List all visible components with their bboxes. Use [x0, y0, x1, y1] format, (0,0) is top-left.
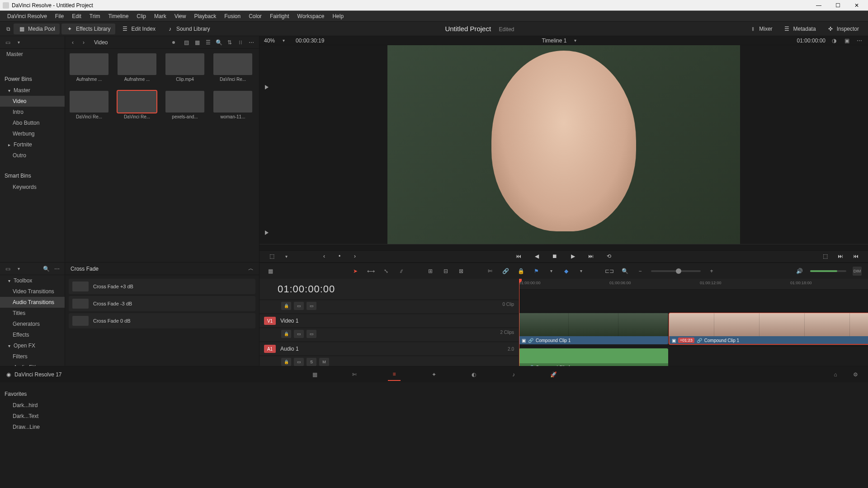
bin-keywords[interactable]: Keywords [0, 182, 65, 192]
snapping-icon[interactable]: ⊏⊐ [605, 267, 614, 276]
timeline-dropdown-icon[interactable]: ▾ [571, 37, 579, 45]
favorite-1[interactable]: Dark...Text [0, 411, 65, 422]
overwrite-clip-icon[interactable]: ⊟ [441, 267, 450, 276]
menu-fusion[interactable]: Fusion [221, 12, 244, 20]
favorite-0[interactable]: Dark...hird [0, 400, 65, 411]
viewer-mode-icon[interactable]: ⬚ [267, 251, 277, 261]
viewer-more-icon[interactable]: ⋯ [855, 37, 863, 45]
page-fusion-icon[interactable]: ✦ [428, 368, 440, 381]
v1-enable-icon[interactable]: ▭ [307, 330, 316, 338]
page-cut-icon[interactable]: ✄ [348, 368, 361, 381]
zoom-dropdown-icon[interactable]: ▾ [279, 37, 288, 45]
menu-view[interactable]: View [171, 12, 190, 20]
toolbox-more-icon[interactable]: ⋯ [53, 265, 61, 273]
sound-library-toggle[interactable]: ♪Sound Library [162, 23, 215, 34]
v1-badge[interactable]: V1 [264, 317, 276, 325]
menu-help[interactable]: Help [329, 12, 347, 20]
collapse-icon[interactable]: ︿ [248, 265, 254, 272]
view-metadata-icon[interactable]: ▤ [182, 38, 190, 47]
bin-abo-button[interactable]: Abo Button [0, 117, 65, 128]
master-bin[interactable]: Master [0, 49, 65, 60]
timeline-view-options-icon[interactable]: ▦ [266, 267, 275, 276]
menu-davinci[interactable]: DaVinci Resolve [4, 12, 51, 20]
edit-index-toggle[interactable]: ☰Edit Index [117, 23, 160, 34]
track-a1-lane[interactable]: ▣🔗Compound Clip 1 [519, 347, 868, 366]
clip-v1-a[interactable]: ▣🔗Compound Clip 1 [519, 313, 668, 344]
blade-tool-icon[interactable]: ⫽ [397, 267, 406, 276]
close-button[interactable]: ✕ [848, 1, 865, 10]
effects-library-toggle[interactable]: ✦Effects Library [61, 23, 115, 34]
selection-tool-icon[interactable]: ➤ [351, 267, 360, 276]
zoom-slider[interactable] [651, 270, 701, 272]
fx-item[interactable]: Cross Fade -3 dB [69, 296, 255, 311]
menu-trim[interactable]: Trim [86, 12, 104, 20]
link-icon[interactable]: 🔗 [501, 267, 510, 276]
toolbox-header[interactable]: ▾Toolbox [0, 275, 65, 286]
filter-icon[interactable]: ⁝⁝ [236, 38, 245, 47]
zoom-out-icon[interactable]: − [636, 267, 645, 276]
media-clip[interactable]: DaVinci Re... [70, 91, 108, 119]
toolbox-search-icon[interactable]: 🔍 [42, 265, 50, 273]
dim-button[interactable]: DIM [853, 267, 862, 276]
nav-back-icon[interactable]: ‹ [69, 38, 77, 47]
a1-mute-button[interactable]: M [319, 358, 329, 366]
chevron-down-icon[interactable]: ▾ [14, 38, 23, 47]
loop-icon[interactable]: ⟲ [604, 251, 614, 261]
last-frame-icon[interactable]: ⏭ [586, 251, 596, 261]
fx-item[interactable]: Cross Fade 0 dB [69, 313, 255, 328]
search-icon[interactable]: 🔍 [215, 38, 223, 47]
more-icon[interactable]: ⋯ [247, 38, 255, 47]
toolbox-video-transitions[interactable]: Video Transitions [0, 286, 65, 297]
menu-fairlight[interactable]: Fairlight [266, 12, 293, 20]
a1-autoselect-icon[interactable]: ▭ [294, 358, 304, 366]
toolbox-list-icon[interactable]: ▭ [4, 265, 12, 273]
replace-clip-icon[interactable]: ⊠ [457, 267, 466, 276]
a1-lock-icon[interactable]: 🔒 [281, 358, 291, 366]
media-clip[interactable]: Aufnahme ... [70, 53, 108, 82]
bin-werbung[interactable]: Werbung [0, 128, 65, 139]
page-color-icon[interactable]: ◐ [467, 368, 480, 381]
single-viewer-icon[interactable]: ▣ [843, 37, 851, 45]
page-fairlight-icon[interactable]: ♪ [507, 368, 520, 381]
metadata-toggle[interactable]: ☰Metadata [779, 23, 821, 34]
insert-clip-icon[interactable]: ⊞ [426, 267, 435, 276]
view-list-icon[interactable]: ☰ [204, 38, 212, 47]
media-clip[interactable]: woman-11... [213, 91, 252, 119]
marker-dropdown-icon[interactable]: ▾ [577, 267, 585, 275]
a1-badge[interactable]: A1 [264, 345, 276, 353]
viewer-zoom[interactable]: 40% [264, 38, 275, 44]
flag-dropdown-icon[interactable]: ▾ [547, 267, 555, 275]
v1-lock-icon[interactable]: 🔒 [281, 330, 291, 338]
match-frame-button[interactable]: ⬚ [820, 251, 830, 261]
stop-dot-icon[interactable]: • [335, 251, 344, 261]
dynamic-trim-icon[interactable]: ⤡ [382, 267, 391, 276]
bin-video[interactable]: Video [0, 96, 65, 107]
a1-solo-button[interactable]: S [307, 358, 316, 366]
viewer-scrubber[interactable] [259, 244, 868, 250]
page-deliver-icon[interactable]: 🚀 [547, 368, 560, 381]
media-pool-toggle[interactable]: ▦Media Pool [14, 23, 60, 34]
jump-end-icon[interactable] [265, 230, 269, 235]
viewer-mode-dropdown-icon[interactable]: ▾ [282, 252, 290, 260]
media-clip[interactable]: Clip.mp4 [165, 53, 204, 82]
clip-v1-b[interactable]: ▣+01:23🔗Compound Clip 1 [669, 313, 868, 344]
menu-timeline[interactable]: Timeline [104, 12, 132, 20]
bin-outro[interactable]: Outro [0, 150, 65, 161]
in-out-icon[interactable]: ⏭ [835, 251, 845, 261]
mixer-toggle[interactable]: ⦀Mixer [745, 23, 777, 34]
play-reverse-icon[interactable]: ◀ [532, 251, 542, 261]
favorite-2[interactable]: Draw...Line [0, 422, 65, 432]
flag-icon[interactable]: ⚑ [532, 267, 541, 276]
playhead[interactable] [519, 279, 519, 366]
media-clip[interactable]: Aufnahme ... [118, 53, 156, 82]
media-clip[interactable]: DaVinci Re... [213, 53, 252, 82]
menu-edit[interactable]: Edit [68, 12, 85, 20]
bin-list-icon[interactable]: ▭ [4, 38, 12, 47]
timeline-canvas[interactable]: 01:00:00:0001:00:06:0001:00:12:0001:00:1… [519, 279, 868, 366]
volume-slider[interactable] [810, 270, 846, 272]
track-v1-lane[interactable]: ▣🔗Compound Clip 1 ▣+01:23🔗Compound Clip … [519, 311, 868, 347]
lock-icon[interactable]: 🔒 [516, 267, 525, 276]
openfx-header[interactable]: ▾Open FX [0, 340, 65, 351]
fx-item[interactable]: Cross Fade +3 dB [69, 279, 255, 294]
clip-a1[interactable]: ▣🔗Compound Clip 1 [519, 348, 668, 366]
